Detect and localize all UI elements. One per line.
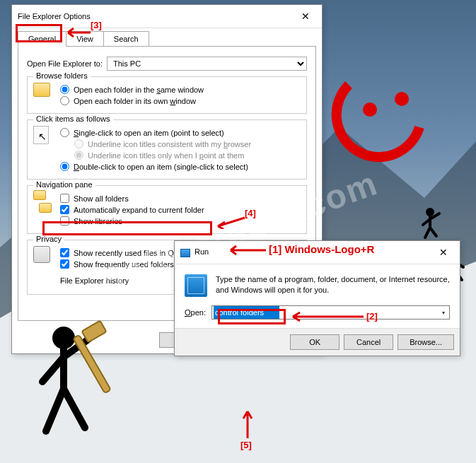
check-recent-files[interactable] xyxy=(60,248,69,257)
check-auto-expand[interactable] xyxy=(60,205,69,214)
check-show-all-folders[interactable] xyxy=(60,194,69,203)
radio-own-window[interactable] xyxy=(60,96,69,105)
click-items-group: Click items as follows ↖ Single-click to… xyxy=(27,119,307,180)
run-browse-button[interactable]: Browse... xyxy=(397,334,454,350)
run-window-icon xyxy=(180,249,190,257)
run-dialog: Run ✕ Type the name of a program, folder… xyxy=(174,240,460,356)
navigation-pane-title: Navigation pane xyxy=(33,180,95,189)
tab-search[interactable]: Search xyxy=(103,31,149,47)
climber-figure-1 xyxy=(419,205,448,240)
close-icon: ✕ xyxy=(439,247,448,258)
close-icon: ✕ xyxy=(301,11,310,22)
svg-rect-6 xyxy=(73,335,111,394)
navigation-pane-group: Navigation pane Show all folders Automat… xyxy=(27,185,307,234)
tabs-row: General View Search xyxy=(12,28,322,47)
click-items-title: Click items as follows xyxy=(33,115,113,123)
run-open-label: Open: xyxy=(185,308,206,317)
run-titlebar[interactable]: Run ✕ xyxy=(175,241,460,264)
dialog-titlebar[interactable]: File Explorer Options ✕ xyxy=(12,5,322,28)
check-auto-expand-label: Automatically expand to current folder xyxy=(74,206,204,214)
privacy-title: Privacy xyxy=(33,235,64,243)
check-frequent-folders[interactable] xyxy=(60,259,69,269)
cursor-icon: ↖ xyxy=(33,126,49,144)
smiley-logo xyxy=(320,71,434,184)
run-title: Run xyxy=(195,247,209,256)
open-explorer-select[interactable]: This PC xyxy=(107,57,307,71)
radio-underline-point xyxy=(74,151,83,160)
history-label: File Explorer history xyxy=(60,276,129,285)
radio-single-click-label: Single-click to open an item (point to s… xyxy=(74,129,224,137)
svg-point-1 xyxy=(395,92,409,106)
browse-folders-title: Browse folders xyxy=(33,71,91,80)
browse-folders-group: Browse folders Open each folder in the s… xyxy=(27,76,307,114)
radio-single-click[interactable] xyxy=(60,128,69,137)
radio-underline-browser xyxy=(74,139,83,148)
folder-icon xyxy=(33,83,50,97)
folder-tree-icon xyxy=(33,190,46,200)
radio-underline-browser-label: Underline icon titles consistent with my… xyxy=(88,140,251,148)
dialog-title: File Explorer Options xyxy=(18,12,91,20)
run-cancel-button[interactable]: Cancel xyxy=(344,334,393,350)
tab-view[interactable]: View xyxy=(66,31,104,47)
run-open-input[interactable] xyxy=(211,305,450,320)
history-icon xyxy=(33,246,50,263)
open-explorer-label: Open File Explorer to: xyxy=(27,59,103,68)
radio-double-click[interactable] xyxy=(60,162,69,171)
folder-tree-icon-2 xyxy=(39,203,52,213)
radio-underline-point-label: Underline icon titles only when I point … xyxy=(88,151,244,160)
radio-double-click-label: Double-click to open an item (single-cli… xyxy=(74,163,248,171)
run-ok-button[interactable]: OK xyxy=(290,334,339,350)
svg-rect-5 xyxy=(82,321,107,343)
svg-point-0 xyxy=(363,102,377,117)
radio-own-window-label: Open each folder in its own window xyxy=(74,97,196,105)
check-show-libraries-label: Show libraries xyxy=(74,217,122,225)
check-show-libraries[interactable] xyxy=(60,216,69,225)
radio-same-window[interactable] xyxy=(60,85,69,94)
tab-general[interactable]: General xyxy=(18,31,66,47)
radio-same-window-label: Open each folder in the same window xyxy=(74,86,204,94)
run-description: Type the name of a program, folder, docu… xyxy=(216,274,450,297)
check-show-all-folders-label: Show all folders xyxy=(74,194,129,203)
run-program-icon xyxy=(185,274,207,297)
run-close-button[interactable]: ✕ xyxy=(433,245,454,259)
hammer-figure xyxy=(21,318,120,445)
close-button[interactable]: ✕ xyxy=(295,9,316,23)
